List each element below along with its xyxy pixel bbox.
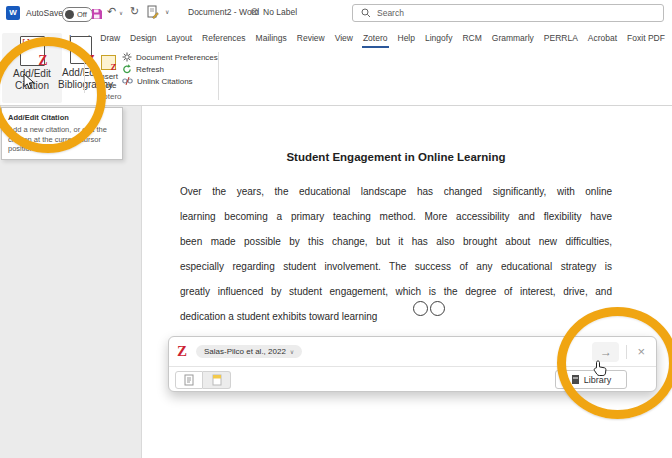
tooltip-body: Add a new citation, or edit the citation… <box>8 125 116 154</box>
gear-icon <box>122 52 132 62</box>
arrow-right-icon: → <box>600 345 612 359</box>
refresh-button[interactable]: Refresh <box>122 64 164 74</box>
save-button[interactable] <box>91 6 103 24</box>
zotero-citation-dialog: Z Salas-Pilco et al., 2022 ∨ → × <box>168 336 657 392</box>
title-bar: W AutoSave Off ↶ ∨ ↻ ∨ Document2 - Word … <box>0 0 672 26</box>
add-edit-citation-label-2: Citation <box>2 80 62 92</box>
document-line: learning becoming a primary teaching met… <box>180 211 612 222</box>
redo-icon: ↻ <box>130 5 139 17</box>
zotero-z-glyph: Z <box>110 62 116 72</box>
search-icon <box>361 8 371 18</box>
tab-view[interactable]: View <box>330 27 358 49</box>
citation-chip[interactable]: Salas-Pilco et al., 2022 ∨ <box>196 345 302 358</box>
document-view-toggle-button[interactable] <box>175 371 203 389</box>
tab-help[interactable]: Help <box>393 27 420 49</box>
search-input[interactable]: Search <box>352 4 664 22</box>
autosave-knob <box>65 10 74 19</box>
tab-lingofy[interactable]: Lingofy <box>420 27 457 49</box>
tab-acrobat[interactable]: Acrobat <box>583 27 622 49</box>
tab-references[interactable]: References <box>197 27 250 49</box>
undo-icon: ↶ <box>107 5 116 17</box>
tooltip-title: Add/Edit Citation <box>8 113 116 122</box>
document-line: greatly influenced by student engagement… <box>180 286 612 297</box>
ribbon-group-label: Zotero <box>60 92 160 101</box>
tab-zotero[interactable]: Zotero <box>358 27 393 49</box>
autosave-label: AutoSave <box>26 8 63 18</box>
citation-brackets-glyph: [-] <box>23 38 30 45</box>
library-icon <box>571 374 580 385</box>
redo-button[interactable]: ↻ <box>130 5 139 18</box>
draft-page-icon <box>147 5 159 19</box>
word-window: W AutoSave Off ↶ ∨ ↻ ∨ Document2 - Word … <box>0 0 672 458</box>
document-line: Over the years, the educational landscap… <box>180 186 612 197</box>
save-icon <box>91 8 103 20</box>
autosave-toggle[interactable]: Off <box>62 7 93 22</box>
citation-input-bar[interactable]: Z Salas-Pilco et al., 2022 ∨ → × <box>169 337 656 367</box>
tab-layout[interactable]: Layout <box>162 27 198 49</box>
autosave-state-label: Off <box>77 10 87 19</box>
add-edit-citation-label-1: Add/Edit <box>2 68 62 80</box>
add-edit-citation-tooltip: Add/Edit Citation Add a new citation, or… <box>1 107 123 160</box>
insert-note-icon: Z <box>101 55 116 70</box>
tab-mailings[interactable]: Mailings <box>251 27 292 49</box>
citation-placeholder-circle <box>413 301 428 316</box>
ribbon-tab-row: Insert Draw Design Layout References Mai… <box>64 26 670 50</box>
document-line: dedication a student exhibits toward lea… <box>180 311 612 322</box>
add-edit-citation-icon: [-] Z <box>20 36 45 66</box>
sensitivity-label-icon: ⊘ <box>250 6 258 17</box>
ribbon-separator <box>218 52 219 100</box>
tab-rcm[interactable]: RCM <box>457 27 486 49</box>
word-logo-icon: W <box>6 6 20 20</box>
refresh-label: Refresh <box>136 65 164 74</box>
tab-foxit-pdf[interactable]: Foxit PDF <box>622 27 670 49</box>
ribbon-separator <box>84 55 85 93</box>
document-preferences-label: Document Preferences <box>136 53 218 62</box>
citation-chip-label: Salas-Pilco et al., 2022 <box>204 347 286 356</box>
refresh-icon <box>122 64 132 74</box>
accept-citation-button[interactable]: → <box>592 342 619 362</box>
document-icon <box>184 374 194 386</box>
document-line: especially regarding student involvement… <box>180 261 612 272</box>
zotero-logo-icon: Z <box>177 344 187 359</box>
unlink-citations-label: Unlink Citations <box>137 77 193 86</box>
tab-grammarly[interactable]: Grammarly <box>487 27 539 49</box>
undo-dropdown-caret-icon[interactable]: ∨ <box>119 10 123 16</box>
citation-placeholder-circle <box>430 301 445 316</box>
unlink-icon <box>122 76 133 86</box>
window-title: Document2 - Word <box>188 7 259 17</box>
close-dialog-button[interactable]: × <box>634 345 648 358</box>
library-button-label: Library <box>584 375 612 385</box>
undo-button[interactable]: ↶ <box>107 5 116 18</box>
dialog-divider <box>626 345 627 359</box>
tab-review[interactable]: Review <box>292 27 330 49</box>
quick-access-overflow-caret-icon[interactable]: ∨ <box>165 8 169 15</box>
sensitivity-label[interactable]: No Label <box>263 7 297 17</box>
document-preferences-button[interactable]: Document Preferences <box>122 52 218 62</box>
tab-design[interactable]: Design <box>125 27 161 49</box>
citation-dialog-toolbar: Library <box>169 367 656 392</box>
library-button[interactable]: Library <box>555 370 627 389</box>
search-placeholder: Search <box>377 8 404 18</box>
unlink-citations-button[interactable]: Unlink Citations <box>122 76 193 86</box>
chevron-down-icon: ∨ <box>290 348 294 355</box>
zotero-z-glyph: Z <box>38 53 47 69</box>
add-edit-citation-button[interactable]: [-] Z Add/Edit Citation <box>2 33 62 103</box>
document-line: been made possible by this change, but i… <box>180 236 612 247</box>
close-icon: × <box>637 344 645 359</box>
note-view-toggle-button[interactable] <box>203 371 231 389</box>
tab-perrla[interactable]: PERRLA <box>539 27 583 49</box>
note-icon <box>212 374 222 386</box>
document-heading: Student Engagement in Online Learning <box>180 151 612 163</box>
draft-button[interactable] <box>147 5 159 23</box>
